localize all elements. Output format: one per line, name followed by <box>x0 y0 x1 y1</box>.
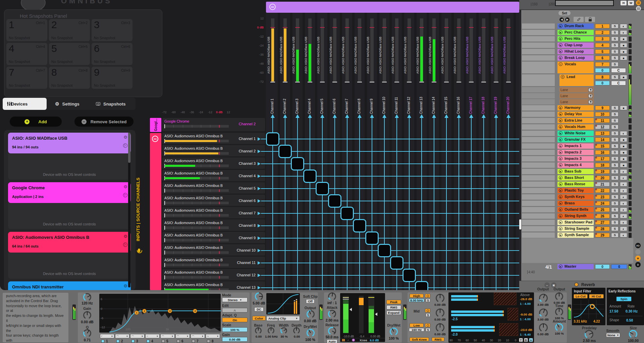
monitor-button[interactable]: ◐ <box>620 214 627 218</box>
track-number[interactable]: 28 <box>595 226 610 231</box>
mbd-softknee-toggle[interactable]: Soft Knee <box>410 337 429 341</box>
track-number[interactable]: 19 <box>595 169 610 174</box>
track-play-icon[interactable]: ▶ <box>559 214 562 218</box>
eq-band-node[interactable]: 3 <box>168 309 172 313</box>
sat-output-knob[interactable] <box>307 310 315 318</box>
track-row[interactable]: ▶Impacts 115S● <box>519 143 644 149</box>
snapshot-slot[interactable]: 3Ctrl+3No Snapshot <box>92 19 132 41</box>
eq-band-node[interactable]: 1 <box>135 311 139 315</box>
solo-button[interactable]: S <box>611 150 619 155</box>
gear-icon[interactable]: ⚙ <box>123 234 127 239</box>
gear-icon[interactable]: ⚙ <box>123 283 127 288</box>
track-row[interactable]: ▼Lead8S●0C <box>519 74 644 86</box>
snapshot-slot[interactable]: 4Ctrl+4No Snapshot <box>6 43 47 65</box>
track-crossfade[interactable]: C <box>611 68 626 73</box>
comp-mode-rms[interactable]: RMS <box>386 305 401 310</box>
track-number[interactable]: 29 <box>595 233 610 237</box>
gear-icon[interactable]: ⚙ <box>123 184 127 189</box>
remove-selected-button[interactable]: – Remove Selected <box>74 117 133 127</box>
track-number[interactable]: 21 <box>595 182 610 187</box>
monitor-button[interactable]: ● <box>620 156 627 161</box>
solo-button[interactable]: S <box>611 207 619 212</box>
device-card[interactable]: Google ChromeApplication | 2 ins⚙Device … <box>8 182 131 229</box>
palette-icon[interactable] <box>123 143 127 148</box>
tab-settings[interactable]: ⚙ Settings <box>50 98 90 110</box>
solo-button[interactable]: S <box>611 118 619 123</box>
comp-mode-peak[interactable]: Peak <box>386 300 401 304</box>
mbd-band-solo[interactable]: S <box>426 328 430 332</box>
solo-button[interactable]: S <box>611 214 619 218</box>
eq-band-enable[interactable] <box>116 340 119 343</box>
speaker-icon[interactable] <box>588 94 593 98</box>
reverb-spin-rate[interactable]: 0.30 Hz <box>626 309 638 313</box>
solo-button[interactable]: S <box>611 156 619 161</box>
track-play-icon[interactable]: ▶ <box>559 189 562 192</box>
mbd-band-solo[interactable]: S <box>426 298 430 302</box>
track-row[interactable]: ▶String Synth26S◐ <box>519 213 644 219</box>
eq-band-filter-select[interactable]: ◠▼ <box>191 334 205 338</box>
snapshot-slot[interactable]: 2Ctrl+2No Snapshot <box>49 19 90 41</box>
monitor-button[interactable]: ◐ <box>620 182 627 187</box>
eq-band-filter-select[interactable]: ◠▼ <box>175 334 190 338</box>
track-name-block[interactable]: ▶Extra Line <box>557 118 594 123</box>
mbd-band-freq[interactable]: 160 Hz <box>409 328 424 332</box>
track-name-block[interactable]: ▶Hihat Loop <box>557 49 594 54</box>
monitor-button[interactable]: ● <box>620 144 627 148</box>
eq-band-enable[interactable] <box>131 340 135 343</box>
lane-row[interactable]: Lane <box>559 87 594 92</box>
master-pan[interactable]: 0 <box>595 264 610 269</box>
mbd-global-knob[interactable] <box>555 308 563 316</box>
collapse-group-icon[interactable] <box>152 136 158 142</box>
monitor-button[interactable]: ◐ <box>620 24 627 28</box>
mbd-band-power[interactable] <box>425 323 430 327</box>
comp-mode-expand[interactable]: Expand <box>386 311 401 315</box>
mbd-band-toggle[interactable]: High <box>410 294 424 298</box>
comp-ratio-knob[interactable] <box>328 292 336 300</box>
mbd-above-threshold[interactable]: -23.0 dB <box>520 328 532 332</box>
reverb-shape-value[interactable]: 0.50 <box>626 318 633 322</box>
track-play-icon[interactable]: ▶ <box>559 157 562 160</box>
solo-button[interactable]: S <box>611 201 619 206</box>
track-row[interactable]: ▶Synth Keys23S◐ <box>519 194 644 200</box>
track-number[interactable]: 13 <box>595 131 610 136</box>
mbd-above-ratio[interactable]: 1 : 4.00 <box>520 302 531 305</box>
lane-row[interactable]: Lane <box>559 93 594 98</box>
mbd-above-ratio[interactable]: 1 : 6.40 <box>520 333 531 336</box>
track-play-icon[interactable]: ▶ <box>559 112 562 116</box>
track-number[interactable]: 12 <box>595 125 610 129</box>
track-play-icon[interactable]: ▶ <box>559 119 562 122</box>
speaker-icon[interactable] <box>588 100 593 104</box>
matrix-crosspoint[interactable] <box>402 269 416 282</box>
matrix-crosspoint[interactable] <box>278 145 292 158</box>
track-name-block[interactable]: ▶Impacts 3 <box>557 156 594 161</box>
collapse-group-icon[interactable] <box>269 4 276 10</box>
solo-button[interactable]: S <box>611 112 619 117</box>
track-name-block[interactable]: ▶String Sample <box>557 226 594 231</box>
reverb-locut-toggle[interactable]: Lo Cut <box>574 294 588 298</box>
track-name-block[interactable]: ▶Perc Hits <box>557 36 594 42</box>
matrix-crosspoint[interactable] <box>415 281 428 290</box>
device-card[interactable]: ASIO: Audiomovers ASIO Omnibus B64 ins /… <box>8 232 131 279</box>
solo-button[interactable]: S <box>611 49 619 54</box>
monitor-button[interactable]: ◐ <box>620 195 627 199</box>
monitor-button[interactable]: ● <box>620 37 627 41</box>
track-play-icon[interactable]: ▶ <box>559 208 562 211</box>
snapshot-slot[interactable]: 1Ctrl+1No Snapshot <box>6 19 47 41</box>
track-number[interactable]: 9 <box>595 106 610 110</box>
eq-edit-button[interactable]: A <box>222 308 248 313</box>
solo-button[interactable]: S <box>611 62 619 67</box>
device-card-header[interactable]: ASIO: Audiomovers ASIO Omnibus B64 ins /… <box>8 232 131 253</box>
eq-band-enable[interactable] <box>101 340 104 343</box>
reverb-hicut-toggle[interactable]: Hi Cut <box>589 294 604 298</box>
monitor-button[interactable]: ◐ <box>620 169 627 174</box>
sat-drive-knob[interactable] <box>255 292 263 300</box>
monitor-button[interactable]: ◐ <box>620 201 627 206</box>
snapshot-slot[interactable]: 7Ctrl+7No Snapshot <box>6 67 47 89</box>
clip-slot[interactable] <box>522 99 555 105</box>
track-play-icon[interactable]: ▶ <box>559 37 562 41</box>
track-row[interactable]: ▶Vocals Hum12S <box>519 124 644 130</box>
track-play-icon[interactable]: ▶ <box>559 144 562 148</box>
track-number[interactable]: 5 <box>595 49 610 54</box>
palette-icon[interactable] <box>123 243 127 247</box>
clip-slot[interactable] <box>522 87 555 92</box>
